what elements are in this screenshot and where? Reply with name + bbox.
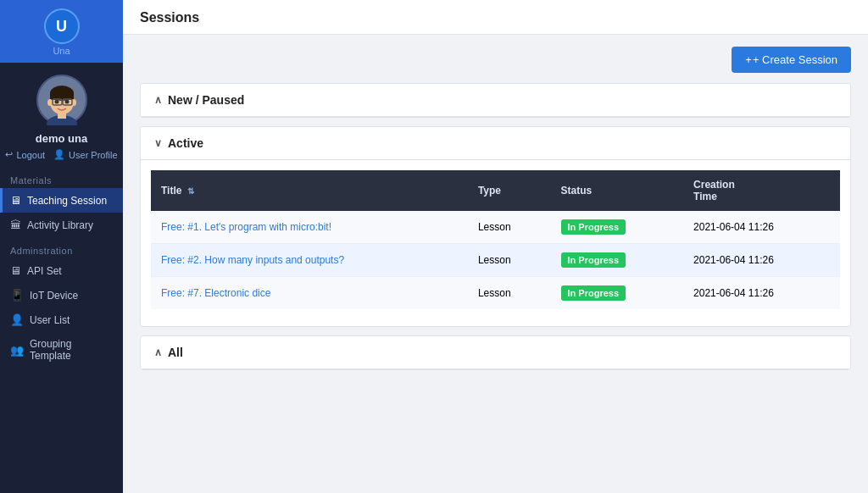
chevron-up-icon: ∧ xyxy=(154,94,162,106)
svg-point-6 xyxy=(47,99,53,106)
avatar xyxy=(36,75,87,125)
sort-icon: ⇅ xyxy=(187,186,194,196)
all-section: ∧ All xyxy=(140,335,851,370)
sidebar-item-grouping-template[interactable]: 👥 Grouping Template xyxy=(0,332,123,368)
all-header[interactable]: ∧ All xyxy=(141,336,850,369)
new-paused-label: New / Paused xyxy=(168,93,244,107)
table-row: Free: #2. How many inputs and outputs?Le… xyxy=(151,244,840,277)
cell-type: Lesson xyxy=(468,244,551,277)
sidebar-logo: U Una xyxy=(0,0,123,63)
session-title-link[interactable]: Free: #1. Let's program with micro:bit! xyxy=(161,221,331,233)
session-title-link[interactable]: Free: #7. Electronic dice xyxy=(161,287,270,299)
cell-type: Lesson xyxy=(468,211,551,244)
cell-title: Free: #2. How many inputs and outputs? xyxy=(151,244,468,277)
active-body: Title ⇅ Type Status Creati xyxy=(141,170,850,326)
page-title: Sessions xyxy=(140,10,199,25)
cell-creation-time: 2021-06-04 11:26 xyxy=(683,244,840,277)
cell-creation-time: 2021-06-04 11:26 xyxy=(683,211,840,244)
sidebar-item-activity-library[interactable]: 🏛 Activity Library xyxy=(0,213,123,237)
cell-title: Free: #1. Let's program with micro:bit! xyxy=(151,211,468,244)
iot-device-icon: 📱 xyxy=(10,289,24,302)
section-label-materials: Materials xyxy=(0,167,123,188)
active-header[interactable]: ∨ Active xyxy=(141,127,850,160)
activity-library-icon: 🏛 xyxy=(10,219,21,231)
teaching-session-icon: 🖥 xyxy=(10,194,21,207)
cell-status: In Progress xyxy=(551,277,684,310)
user-profile-link[interactable]: 👤 User Profile xyxy=(53,149,117,160)
content-area: + + Create Session ∧ New / Paused ∨ Acti… xyxy=(123,35,868,391)
svg-point-8 xyxy=(54,100,58,104)
table-row: Free: #7. Electronic diceLessonIn Progre… xyxy=(151,277,840,310)
col-creation-time-label: CreationTime xyxy=(693,179,735,202)
sidebar-item-label: API Set xyxy=(27,265,62,277)
col-type-label: Type xyxy=(478,185,501,197)
table-body: Free: #1. Let's program with micro:bit!L… xyxy=(151,211,840,309)
sidebar-item-api-set[interactable]: 🖥 API Set xyxy=(0,258,123,283)
all-label: All xyxy=(168,346,183,359)
create-session-button[interactable]: + + Create Session xyxy=(732,47,851,73)
logo-text: Una xyxy=(53,46,70,56)
col-type: Type xyxy=(468,170,551,211)
chevron-down-icon: ∨ xyxy=(154,137,162,149)
svg-point-9 xyxy=(64,100,69,104)
username: demo una xyxy=(36,132,87,145)
cell-status: In Progress xyxy=(551,211,684,244)
sidebar-item-label: Activity Library xyxy=(27,219,93,231)
logout-link[interactable]: ↩ Logout xyxy=(5,149,45,160)
section-label-administration: Adminstration xyxy=(0,237,123,258)
col-status-label: Status xyxy=(561,185,593,197)
main-content: Sessions + + Create Session ∧ New / Paus… xyxy=(123,0,868,493)
col-title-label: Title xyxy=(161,185,181,197)
avatar-area: demo una ↩ Logout 👤 User Profile xyxy=(0,63,123,167)
logo-icon: U xyxy=(44,8,80,44)
sidebar-item-iot-device[interactable]: 📱 IoT Device xyxy=(0,283,123,307)
page-header: Sessions xyxy=(123,0,868,35)
toolbar: + + Create Session xyxy=(140,47,851,73)
status-badge: In Progress xyxy=(561,285,626,301)
profile-icon: 👤 xyxy=(53,149,65,160)
col-creation-time: CreationTime xyxy=(683,170,840,211)
sidebar-item-teaching-session[interactable]: 🖥 Teaching Session xyxy=(0,188,123,213)
active-section: ∨ Active Title ⇅ Type xyxy=(140,126,851,327)
grouping-template-icon: 👥 xyxy=(10,344,24,357)
logout-icon: ↩ xyxy=(5,149,13,160)
cell-status: In Progress xyxy=(551,244,684,277)
session-title-link[interactable]: Free: #2. How many inputs and outputs? xyxy=(161,254,344,266)
sidebar-item-label: User List xyxy=(30,314,70,326)
table-row: Free: #1. Let's program with micro:bit!L… xyxy=(151,211,840,244)
status-badge: In Progress xyxy=(561,252,626,268)
sidebar: U Una xyxy=(0,0,123,493)
col-title[interactable]: Title ⇅ xyxy=(151,170,468,211)
api-set-icon: 🖥 xyxy=(10,264,21,277)
cell-creation-time: 2021-06-04 11:26 xyxy=(683,277,840,310)
table-header: Title ⇅ Type Status Creati xyxy=(151,170,840,211)
table-wrapper: Title ⇅ Type Status Creati xyxy=(141,170,850,326)
new-paused-header[interactable]: ∧ New / Paused xyxy=(141,84,850,117)
sidebar-item-user-list[interactable]: 👤 User List xyxy=(0,307,123,332)
status-badge: In Progress xyxy=(561,219,626,235)
active-label: Active xyxy=(168,136,203,150)
user-list-icon: 👤 xyxy=(10,313,24,326)
new-paused-section: ∧ New / Paused xyxy=(140,83,851,118)
col-status: Status xyxy=(551,170,684,211)
cell-type: Lesson xyxy=(468,277,551,310)
sidebar-item-label: Grouping Template xyxy=(30,338,113,362)
chevron-up-icon-all: ∧ xyxy=(154,346,162,358)
cell-title: Free: #7. Electronic dice xyxy=(151,277,468,310)
sidebar-item-label: IoT Device xyxy=(30,290,78,302)
sidebar-item-label: Teaching Session xyxy=(27,195,107,207)
plus-icon: + xyxy=(745,53,752,66)
sessions-table: Title ⇅ Type Status Creati xyxy=(151,170,840,309)
